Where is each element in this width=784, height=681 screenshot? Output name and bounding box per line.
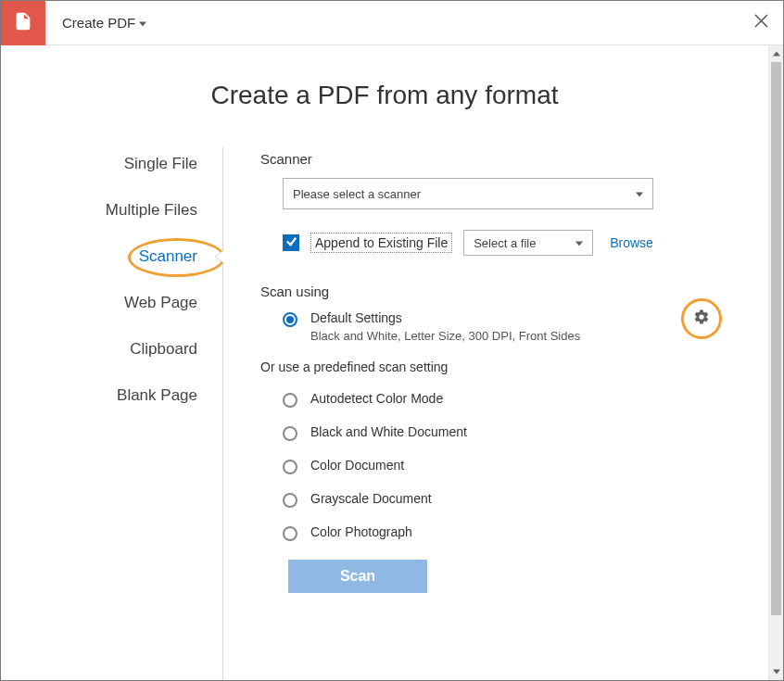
radio-label: Autodetect Color Mode <box>310 391 443 406</box>
scroll-up-arrow[interactable] <box>769 45 783 62</box>
scrollbar-track[interactable] <box>769 62 783 663</box>
check-icon <box>285 234 297 251</box>
sidebar-item-clipboard[interactable]: Clipboard <box>130 340 223 359</box>
append-label: Append to Existing File <box>310 233 452 253</box>
scan-using-block: Scan using Default Settings Black and Wh… <box>260 284 681 593</box>
file-dropdown[interactable]: Select a file <box>463 230 593 256</box>
chevron-down-icon <box>636 187 643 201</box>
body: Create a PDF from any format Single File… <box>1 45 783 680</box>
titlebar: Create PDF <box>1 1 783 45</box>
radio-button[interactable] <box>283 493 297 508</box>
radio-grayscale-document[interactable]: Grayscale Document <box>283 491 681 508</box>
radio-label: Grayscale Document <box>310 491 432 506</box>
browse-link[interactable]: Browse <box>610 235 653 250</box>
sidebar: Single File Multiple Files Scanner Web P… <box>29 147 223 593</box>
create-pdf-window: Create PDF Create a PDF from any format … <box>0 0 784 681</box>
file-dropdown-value: Select a file <box>474 236 536 250</box>
content-panel: Scanner Please select a scanner Append t… <box>223 147 722 593</box>
chevron-down-icon <box>575 236 583 250</box>
radio-button[interactable] <box>283 312 297 327</box>
scanner-dropdown[interactable]: Please select a scanner <box>283 178 653 209</box>
radio-label: Default Settings <box>310 310 580 325</box>
close-icon <box>754 14 768 32</box>
vertical-scrollbar[interactable] <box>768 45 783 680</box>
scanner-section-label: Scanner <box>260 151 722 167</box>
append-row: Append to Existing File Select a file Br… <box>283 230 722 256</box>
radio-button[interactable] <box>283 426 297 441</box>
sidebar-item-web-page[interactable]: Web Page <box>124 294 223 312</box>
radio-bw-document[interactable]: Black and White Document <box>283 424 681 441</box>
scroll-down-arrow[interactable] <box>769 663 783 680</box>
sidebar-item-multiple-files[interactable]: Multiple Files <box>106 201 223 220</box>
page-heading: Create a PDF from any format <box>1 81 768 110</box>
or-predefined-label: Or use a predefined scan setting <box>260 359 681 374</box>
radio-button[interactable] <box>283 393 297 408</box>
close-button[interactable] <box>739 1 783 45</box>
scan-using-row: Scan using Default Settings Black and Wh… <box>260 284 722 593</box>
scrollbar-thumb[interactable] <box>771 62 781 615</box>
window-title: Create PDF <box>62 15 135 31</box>
scanner-dropdown-value: Please select a scanner <box>293 187 421 201</box>
radio-label: Color Photograph <box>310 524 412 539</box>
radio-sublabel: Black and White, Letter Size, 300 DPI, F… <box>310 329 580 343</box>
document-icon <box>13 11 33 35</box>
sidebar-item-blank-page[interactable]: Blank Page <box>117 386 223 405</box>
radio-color-document[interactable]: Color Document <box>283 458 681 474</box>
sidebar-item-single-file[interactable]: Single File <box>124 155 223 173</box>
radio-color-photograph[interactable]: Color Photograph <box>283 524 681 541</box>
sidebar-divider <box>222 147 223 680</box>
radio-autodetect[interactable]: Autodetect Color Mode <box>283 391 681 408</box>
radio-button[interactable] <box>283 526 297 541</box>
radio-default-settings[interactable]: Default Settings Black and White, Letter… <box>283 310 681 343</box>
app-icon-box <box>1 1 45 45</box>
settings-button[interactable] <box>681 298 722 339</box>
radio-button[interactable] <box>283 460 297 474</box>
radio-label: Color Document <box>310 458 404 473</box>
scan-button[interactable]: Scan <box>288 560 427 593</box>
gear-icon <box>693 309 710 329</box>
chevron-down-icon <box>139 15 146 31</box>
radio-label: Black and White Document <box>310 424 467 439</box>
scroll-area: Create a PDF from any format Single File… <box>1 45 768 680</box>
title-dropdown[interactable]: Create PDF <box>45 15 146 31</box>
append-checkbox[interactable] <box>283 234 299 251</box>
columns: Single File Multiple Files Scanner Web P… <box>1 147 768 593</box>
sidebar-item-scanner[interactable]: Scanner <box>139 247 223 266</box>
scan-using-label: Scan using <box>260 284 681 299</box>
